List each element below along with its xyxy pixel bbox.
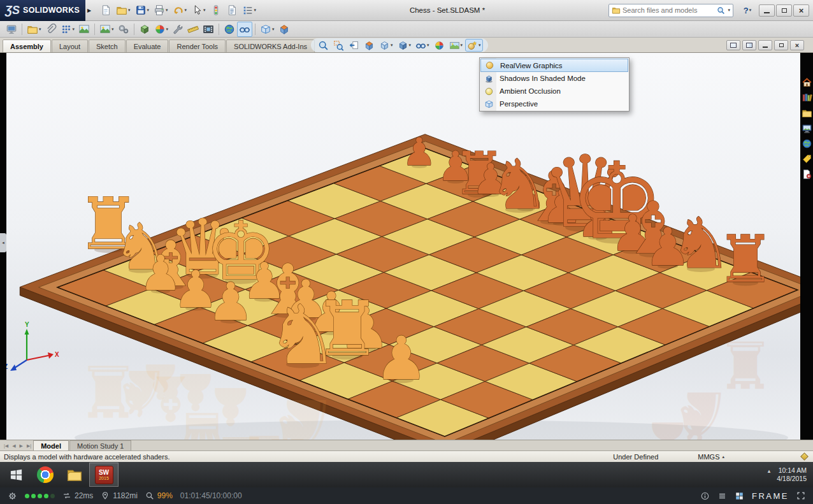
search-icon[interactable]	[717, 6, 725, 15]
view-menu-item-perspective[interactable]: Perspective	[480, 97, 628, 110]
view-tab-model[interactable]: Model	[33, 440, 69, 450]
zoom-to-fit-button[interactable]	[316, 39, 331, 52]
view-orientation-button[interactable]: ▾	[377, 39, 395, 52]
appearances-scenes-tab[interactable]	[801, 137, 812, 150]
document-manager-tab[interactable]	[801, 168, 812, 180]
minimize-button[interactable]	[759, 4, 775, 17]
display-manager-button[interactable]: ▾	[152, 22, 171, 37]
toolbar-separator	[255, 24, 255, 35]
component-pattern-button[interactable]: ▾	[59, 22, 77, 37]
tab-scroll-next-icon[interactable]: ▶	[18, 443, 25, 450]
previous-view-button[interactable]	[347, 39, 361, 52]
ribbon-tab-layout[interactable]: Layout	[52, 40, 88, 52]
help-button[interactable]: ? ▾	[740, 3, 755, 18]
tab-scroll-last-icon[interactable]: ▶|	[25, 443, 33, 450]
doc-minimize-button[interactable]	[758, 40, 772, 50]
taskbar-solidworks-button[interactable]: SW 2015	[89, 463, 119, 487]
assembly-settings-button[interactable]	[116, 22, 131, 37]
status-bar: Displays a model with hardware accelerat…	[0, 450, 813, 462]
zoom-to-area-button[interactable]	[331, 39, 346, 52]
start-button[interactable]	[1, 463, 31, 487]
folder-icon	[612, 6, 621, 15]
ribbon-tab-evaluate[interactable]: Evaluate	[126, 40, 169, 52]
apply-scene-button[interactable]: ▾	[97, 22, 116, 37]
view-menu-item-realview-graphics[interactable]: RealView Graphics	[480, 59, 628, 72]
search-scope-folder-icon[interactable]	[612, 6, 621, 15]
quality-value: 99%	[157, 491, 173, 500]
save-button[interactable]: ▾	[133, 3, 152, 18]
units-selector[interactable]: MMGS ▴	[698, 453, 724, 461]
options-button[interactable]: ▾	[240, 3, 259, 18]
ruler-icon	[187, 24, 199, 35]
info-icon[interactable]	[700, 491, 710, 501]
design-library-tab[interactable]	[801, 91, 812, 104]
shadow-cube-icon	[484, 74, 494, 83]
ribbon-tab-solidworks-add-ins[interactable]: SOLIDWORKS Add-Ins	[226, 40, 315, 52]
taskbar-clock[interactable]: 10:14 AM 4/18/2015	[777, 466, 807, 483]
tools-button[interactable]	[170, 22, 185, 37]
search-dropdown-caret-icon[interactable]: ▾	[728, 8, 730, 13]
close-button[interactable]: ×	[793, 4, 809, 17]
viewport-split-button[interactable]	[742, 40, 756, 50]
edit-appearance-button[interactable]	[432, 39, 447, 52]
quick-tips-button[interactable]	[800, 452, 809, 461]
view-menu-item-shadows-in-shaded-mode[interactable]: Shadows In Shaded Mode	[480, 72, 628, 85]
tab-scroll-first-icon[interactable]: |◀	[2, 443, 10, 450]
publish-edrawings-button[interactable]	[222, 22, 237, 37]
rebuild-button[interactable]	[208, 3, 224, 18]
display-style-button[interactable]: ▾	[396, 39, 414, 52]
measure-button[interactable]	[185, 22, 201, 37]
section-view-button[interactable]	[362, 39, 377, 52]
help-caret-icon: ▾	[749, 8, 752, 13]
insert-component-button[interactable]	[137, 22, 152, 37]
realview-toggle-button[interactable]	[237, 22, 252, 37]
view-palette-tab[interactable]	[801, 122, 812, 134]
view-menu-item-label: RealView Graphics	[500, 62, 563, 69]
search-input[interactable]	[622, 6, 715, 14]
custom-properties-tab[interactable]	[801, 152, 812, 165]
edit-appearance-button[interactable]	[76, 22, 92, 37]
perspective-toggle-button[interactable]: ▾	[258, 22, 277, 37]
doc-restore-button[interactable]	[774, 40, 788, 50]
status-dot	[38, 494, 42, 498]
section-view-toolbar-button[interactable]	[277, 22, 292, 37]
hide-show-items-button[interactable]: ▾	[414, 39, 431, 52]
doc-close-button[interactable]: ×	[790, 40, 804, 50]
restore-button[interactable]	[776, 4, 792, 17]
tray-expand-icon[interactable]: ▴	[768, 468, 771, 474]
print-button[interactable]: ▾	[152, 3, 170, 18]
taskbar-file-explorer-button[interactable]	[60, 463, 89, 487]
apply-scene-button[interactable]: ▾	[447, 39, 465, 52]
list-icon	[242, 4, 254, 16]
view-menu-item-ambient-occlusion[interactable]: Ambient Occlusion	[480, 85, 628, 97]
solidworks-resources-tab[interactable]	[801, 76, 812, 89]
file-explorer-tab[interactable]	[801, 106, 812, 119]
chess-assembly-3d-view[interactable]: ♜♝♟♞♞♛♚♜♝♟♟♟♝♟♟♟♟♜♞♟♟♟♜♟♟♞♝♟♛♟♚♜♟♝♟♞♞♛♚♜…	[6, 53, 800, 440]
help-icon: ?	[744, 6, 749, 15]
settings-gear-icon[interactable]	[8, 491, 17, 501]
menu-list-icon[interactable]	[717, 491, 727, 501]
dropdown-caret-icon: ▾	[203, 8, 206, 13]
ribbon-tab-assembly[interactable]: Assembly	[3, 40, 51, 52]
graphics-area[interactable]: ♜♝♟♞♞♛♚♜♝♟♟♟♝♟♟♟♟♜♞♟♟♟♜♟♟♞♝♟♛♟♚♜♟♝♟♞♞♛♚♜…	[0, 53, 813, 440]
viewport-layout-button[interactable]	[726, 40, 740, 50]
feature-panel-collapse-tab[interactable]: ◂	[0, 233, 6, 252]
fullscreen-icon[interactable]	[796, 491, 805, 500]
taskbar-chrome-button[interactable]	[31, 463, 60, 487]
view-tab-motion-study-1[interactable]: Motion Study 1	[69, 440, 131, 450]
ribbon-tab-render-tools[interactable]: Render Tools	[169, 40, 226, 52]
tab-scroll-prev-icon[interactable]: ◀	[10, 443, 17, 450]
attach-document-button[interactable]	[43, 22, 59, 37]
motion-manager-button[interactable]	[201, 22, 216, 37]
file-properties-button[interactable]	[224, 3, 240, 18]
new-button[interactable]	[98, 3, 113, 18]
view-selector-button[interactable]	[4, 22, 19, 37]
undo-button[interactable]: ▾	[171, 3, 189, 18]
ribbon-tab-sketch[interactable]: Sketch	[89, 40, 126, 52]
search-box: ▾	[608, 4, 733, 17]
open-button[interactable]: ▾	[114, 3, 133, 18]
open-recent-button[interactable]: ▾	[25, 22, 43, 37]
select-button[interactable]: ▾	[189, 3, 208, 18]
logo-menu-arrow-icon[interactable]: ▶	[85, 8, 93, 13]
view-settings-button[interactable]: ▾	[465, 39, 483, 52]
